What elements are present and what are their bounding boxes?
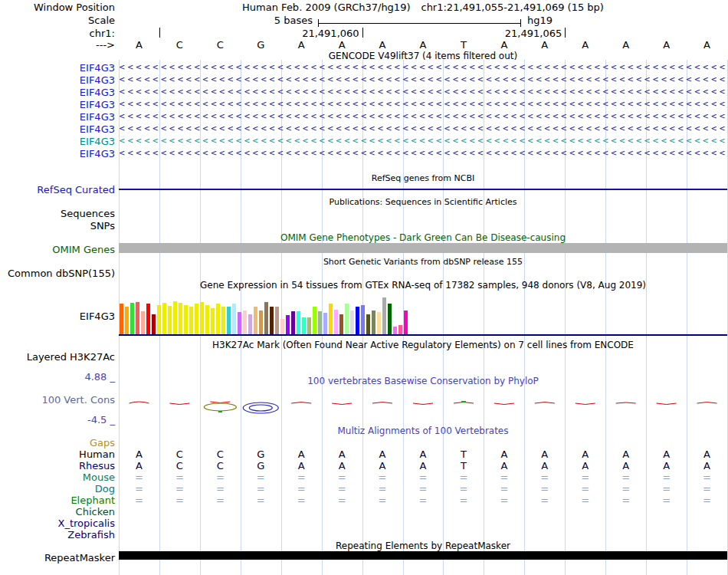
gene-label[interactable]: EIF4G3	[0, 74, 115, 86]
gtex-bar[interactable]	[136, 302, 139, 334]
gtex-bar[interactable]	[280, 319, 284, 334]
gtex-bar[interactable]	[157, 305, 161, 334]
gene-label[interactable]: EIF4G3	[0, 148, 115, 159]
scale-bar-left-tick	[318, 19, 319, 27]
species-label[interactable]: X_tropicalis	[0, 518, 115, 529]
gtex-bar[interactable]	[189, 307, 193, 334]
gtex-bar[interactable]	[302, 317, 306, 334]
gene-transcript[interactable]: <<<<<<<<<<<<<<<<<<<<<<<<<<<<<<<<<<<<<<<<…	[119, 75, 727, 84]
gene-transcript[interactable]: <<<<<<<<<<<<<<<<<<<<<<<<<<<<<<<<<<<<<<<<…	[119, 63, 727, 72]
gene-label[interactable]: EIF4G3	[0, 111, 115, 123]
refseq-curated-label[interactable]: RefSeq Curated	[0, 184, 115, 196]
gtex-bar[interactable]	[339, 314, 343, 334]
gtex-gene-label[interactable]: EIF4G3	[0, 310, 115, 322]
gtex-bar[interactable]	[377, 312, 381, 334]
phylop-label[interactable]: 100 Vert. Cons	[0, 394, 115, 406]
gtex-bar[interactable]	[195, 304, 198, 334]
gene-label[interactable]: EIF4G3	[0, 123, 115, 135]
omim-genes-track[interactable]	[119, 243, 727, 253]
gtex-bar[interactable]	[211, 308, 215, 334]
gtex-bar[interactable]	[238, 312, 241, 334]
phylop-wiggle[interactable]	[119, 385, 727, 427]
repeatmasker-track[interactable]	[119, 551, 727, 560]
gtex-bar[interactable]	[179, 303, 182, 334]
gtex-bar[interactable]	[323, 313, 327, 334]
repeatmasker-label[interactable]: RepeatMasker	[0, 552, 115, 564]
gene-transcript[interactable]: <<<<<<<<<<<<<<<<<<<<<<<<<<<<<<<<<<<<<<<<…	[119, 112, 727, 121]
gtex-bar[interactable]	[313, 307, 316, 334]
species-label[interactable]: Zebrafish	[0, 529, 115, 540]
species-label[interactable]: Elephant	[0, 495, 115, 506]
gtex-bar[interactable]	[232, 304, 236, 334]
alignment-cell: =	[703, 472, 711, 483]
dbsnp-label[interactable]: Common dbSNP(155)	[0, 268, 115, 279]
species-label[interactable]: Rhesus	[0, 460, 115, 472]
gtex-bar[interactable]	[120, 304, 123, 334]
gene-transcript[interactable]: <<<<<<<<<<<<<<<<<<<<<<<<<<<<<<<<<<<<<<<<…	[119, 100, 727, 109]
gtex-bar[interactable]	[264, 302, 268, 334]
gtex-bar[interactable]	[291, 311, 295, 334]
gtex-bar[interactable]	[162, 303, 166, 334]
multiz-gaps-label[interactable]: Gaps	[0, 437, 115, 449]
gtex-bar[interactable]	[152, 314, 156, 334]
gtex-bar[interactable]	[259, 310, 263, 334]
gtex-bar[interactable]	[200, 302, 204, 334]
gene-transcript[interactable]: <<<<<<<<<<<<<<<<<<<<<<<<<<<<<<<<<<<<<<<<…	[119, 87, 727, 97]
gtex-bar[interactable]	[361, 305, 365, 334]
gtex-bar[interactable]	[227, 307, 231, 334]
omim-genes-label[interactable]: OMIM Genes	[0, 244, 115, 255]
species-label[interactable]: Mouse	[0, 472, 115, 483]
gtex-bar[interactable]	[275, 307, 279, 334]
gtex-bar[interactable]	[243, 310, 247, 334]
gtex-bar[interactable]	[393, 327, 397, 334]
gtex-bar[interactable]	[146, 304, 150, 334]
gtex-bar[interactable]	[216, 304, 220, 334]
gene-transcript[interactable]: <<<<<<<<<<<<<<<<<<<<<<<<<<<<<<<<<<<<<<<<…	[119, 149, 727, 158]
gtex-bar[interactable]	[318, 311, 322, 334]
gtex-bar[interactable]	[130, 303, 134, 334]
base-letter: A	[136, 39, 143, 51]
gene-transcript[interactable]: <<<<<<<<<<<<<<<<<<<<<<<<<<<<<<<<<<<<<<<<…	[119, 136, 727, 146]
alignment-cell: =	[216, 483, 225, 495]
gene-label[interactable]: EIF4G3	[0, 62, 115, 74]
gene-label[interactable]: EIF4G3	[0, 87, 115, 98]
gene-label[interactable]: EIF4G3	[0, 99, 115, 110]
gtex-bar[interactable]	[307, 317, 311, 334]
alignment-cell: =	[216, 495, 225, 506]
gene-label[interactable]: EIF4G3	[0, 136, 115, 147]
refseq-curated-track[interactable]	[119, 189, 727, 190]
gtex-bar[interactable]	[168, 306, 172, 334]
gtex-bar[interactable]	[270, 307, 274, 334]
gtex-bar[interactable]	[372, 310, 375, 334]
gtex-bar[interactable]	[366, 314, 370, 334]
gtex-bar[interactable]	[388, 304, 392, 334]
gtex-bar[interactable]	[125, 307, 129, 334]
gene-transcript[interactable]: <<<<<<<<<<<<<<<<<<<<<<<<<<<<<<<<<<<<<<<<…	[119, 124, 727, 133]
gtex-bar[interactable]	[173, 301, 177, 334]
gtex-bar[interactable]	[350, 310, 354, 334]
gtex-bar[interactable]	[221, 307, 225, 334]
gtex-bar[interactable]	[286, 315, 290, 334]
alignment-cell: =	[703, 495, 711, 506]
gtex-bar[interactable]	[345, 304, 349, 334]
species-label[interactable]: Dog	[0, 483, 115, 495]
gtex-bar[interactable]	[334, 310, 338, 334]
gtex-bar[interactable]	[248, 314, 252, 334]
sequences-label[interactable]: Sequences	[0, 208, 115, 219]
gtex-bar[interactable]	[329, 304, 333, 334]
snps-label[interactable]: SNPs	[0, 220, 115, 232]
gtex-bar[interactable]	[141, 311, 145, 334]
species-label[interactable]: Chicken	[0, 506, 115, 518]
scale-bar	[318, 23, 521, 24]
gtex-bar[interactable]	[404, 310, 408, 334]
gtex-bar[interactable]	[398, 325, 402, 334]
species-label[interactable]: Human	[0, 449, 115, 460]
gtex-bar[interactable]	[356, 307, 359, 334]
gtex-bar[interactable]	[297, 311, 300, 334]
gtex-bar[interactable]	[254, 307, 257, 334]
gtex-bar[interactable]	[184, 305, 188, 334]
h3k27ac-label[interactable]: Layered H3K27Ac	[0, 351, 115, 363]
gtex-bar[interactable]	[205, 305, 209, 334]
gtex-bar[interactable]	[382, 297, 386, 334]
refseq-track-title: RefSeq genes from NCBI	[119, 173, 727, 183]
